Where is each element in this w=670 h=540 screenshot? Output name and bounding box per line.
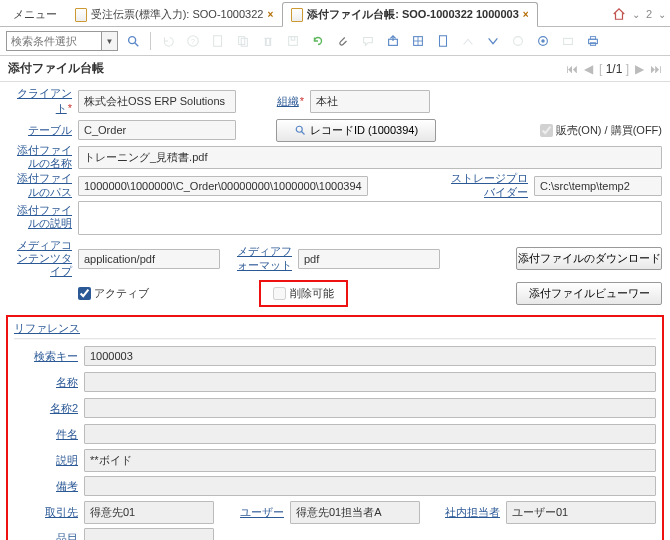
table-label[interactable]: テーブル (28, 124, 72, 136)
mediafmt-label[interactable]: メディアフォーマット (237, 245, 292, 270)
attachment-icon[interactable] (333, 31, 353, 51)
sales-checkbox-input (540, 124, 553, 137)
active-checkbox[interactable]: アクティブ (78, 286, 149, 301)
client-value: 株式会社OSS ERP Solutions (78, 90, 236, 113)
help-icon[interactable]: ? (183, 31, 203, 51)
toolbar-separator (150, 32, 151, 50)
tab-menu[interactable]: メニュー (4, 2, 66, 26)
svg-point-0 (129, 37, 136, 44)
searchkey-label[interactable]: 検索キー (34, 350, 78, 362)
pager: ⏮ ◀ [ 1/1 ] ▶ ⏭ (566, 62, 662, 76)
toolbar: ▼ ? (0, 27, 670, 56)
table-value: C_Order (78, 120, 236, 140)
chevron-down-icon[interactable]: ▼ (101, 32, 117, 50)
note-label[interactable]: 備考 (56, 480, 78, 492)
open-tab-count: 2 (646, 8, 652, 20)
record-id-button[interactable]: レコードID (1000394) (276, 119, 436, 142)
viewer-label: 添付ファイルビューワー (529, 286, 650, 301)
search-criteria-input[interactable] (7, 32, 101, 50)
close-icon[interactable]: × (267, 9, 273, 20)
mediafmt-value: pdf (298, 249, 440, 269)
page-indicator: 1/1 (606, 62, 623, 76)
path-value: 1000000\1000000\C_Order\00000000\1000000… (78, 176, 368, 196)
reference-title[interactable]: リファレンス (14, 321, 656, 336)
active-checkbox-input[interactable] (78, 287, 91, 300)
product-icon[interactable] (558, 31, 578, 51)
undo-icon[interactable] (158, 31, 178, 51)
deletable-checkbox (273, 287, 286, 300)
close-icon[interactable]: × (523, 9, 529, 20)
mediact-label[interactable]: メディアコンテンツタイプ (17, 239, 72, 277)
svg-rect-13 (440, 36, 447, 47)
tab-order[interactable]: 受注伝票(標準入力): SOO-1000322 × (66, 2, 282, 26)
tab-order-label: 受注伝票(標準入力): SOO-1000322 (91, 7, 263, 22)
save-icon[interactable] (283, 31, 303, 51)
chat-icon[interactable] (358, 31, 378, 51)
deletable-label: 削除可能 (290, 286, 334, 301)
path-label[interactable]: 添付ファイルのパス (17, 172, 72, 197)
user-label[interactable]: ユーザー (240, 506, 284, 518)
search-criteria-combo[interactable]: ▼ (6, 31, 118, 51)
search-icon (294, 124, 306, 136)
process-icon[interactable] (533, 31, 553, 51)
item-label[interactable]: 品目 (56, 532, 78, 540)
svg-rect-4 (214, 36, 222, 47)
zoom-parent-icon[interactable] (458, 31, 478, 51)
name-label[interactable]: 名称 (56, 376, 78, 388)
print-icon[interactable] (583, 31, 603, 51)
document-icon (291, 8, 303, 22)
desc-label[interactable]: 添付ファイルの説明 (17, 204, 72, 229)
zoom-child-icon[interactable] (483, 31, 503, 51)
subject-value (84, 424, 656, 444)
chevron-down-icon[interactable]: ⌄ (632, 9, 640, 20)
tab-menu-label: メニュー (13, 7, 57, 22)
chevron-down-icon[interactable]: ⌄ (658, 9, 666, 20)
org-label[interactable]: 組織 (277, 95, 299, 107)
download-button[interactable]: 添付ファイルのダウンロード (516, 247, 662, 270)
title-bar: 添付ファイル台帳 ⏮ ◀ [ 1/1 ] ▶ ⏭ (0, 56, 670, 82)
srep-label[interactable]: 社内担当者 (445, 506, 500, 518)
bp-value: 得意先01 (84, 501, 214, 524)
name2-value (84, 398, 656, 418)
page-title: 添付ファイル台帳 (8, 60, 104, 77)
user-value: 得意先01担当者A (290, 501, 420, 524)
last-page-icon[interactable]: ⏭ (650, 62, 662, 76)
export-icon[interactable] (383, 31, 403, 51)
tab-attach-label: 添付ファイル台帳: SOO-1000322 1000003 (307, 7, 519, 22)
next-page-icon[interactable]: ▶ (635, 62, 644, 76)
prev-page-icon[interactable]: ◀ (584, 62, 593, 76)
svg-rect-17 (564, 38, 573, 44)
searchkey-value: 1000003 (84, 346, 656, 366)
search-icon[interactable] (123, 31, 143, 51)
svg-rect-7 (289, 37, 298, 46)
ref-desc-value: **ボイド (84, 449, 656, 472)
storage-value: C:\src\temp\temp2 (534, 176, 662, 196)
download-label: 添付ファイルのダウンロード (518, 251, 661, 266)
filename-value: トレーニング_見積書.pdf (78, 146, 662, 169)
tab-attach[interactable]: 添付ファイル台帳: SOO-1000322 1000003 × (282, 2, 537, 27)
subject-label[interactable]: 件名 (56, 428, 78, 440)
name2-label[interactable]: 名称2 (50, 402, 78, 414)
bp-label[interactable]: 取引先 (45, 506, 78, 518)
sales-purchase-checkbox[interactable]: 販売(ON) / 購買(OFF) (540, 123, 662, 138)
new-icon[interactable] (208, 31, 228, 51)
workflow-icon[interactable] (508, 31, 528, 51)
svg-rect-19 (590, 37, 595, 40)
svg-point-14 (514, 37, 523, 46)
delete-icon[interactable] (258, 31, 278, 51)
storage-label[interactable]: ストレージプロバイダー (451, 172, 528, 197)
ref-desc-label[interactable]: 説明 (56, 454, 78, 466)
grid-icon[interactable] (408, 31, 428, 51)
sales-checkbox-label: 販売(ON) / 購買(OFF) (556, 123, 662, 138)
copy-icon[interactable] (233, 31, 253, 51)
client-label[interactable]: クライアント (17, 87, 72, 114)
document-icon (75, 8, 87, 22)
desc-input[interactable] (78, 201, 662, 235)
reference-section: リファレンス 検索キー 1000003 名称 名称2 件名 説明 **ボイド 備… (6, 315, 664, 540)
refresh-icon[interactable] (308, 31, 328, 51)
report-icon[interactable] (433, 31, 453, 51)
first-page-icon[interactable]: ⏮ (566, 62, 578, 76)
viewer-button[interactable]: 添付ファイルビューワー (516, 282, 662, 305)
filename-label[interactable]: 添付ファイルの名称 (17, 144, 72, 169)
home-icon[interactable] (612, 7, 626, 21)
